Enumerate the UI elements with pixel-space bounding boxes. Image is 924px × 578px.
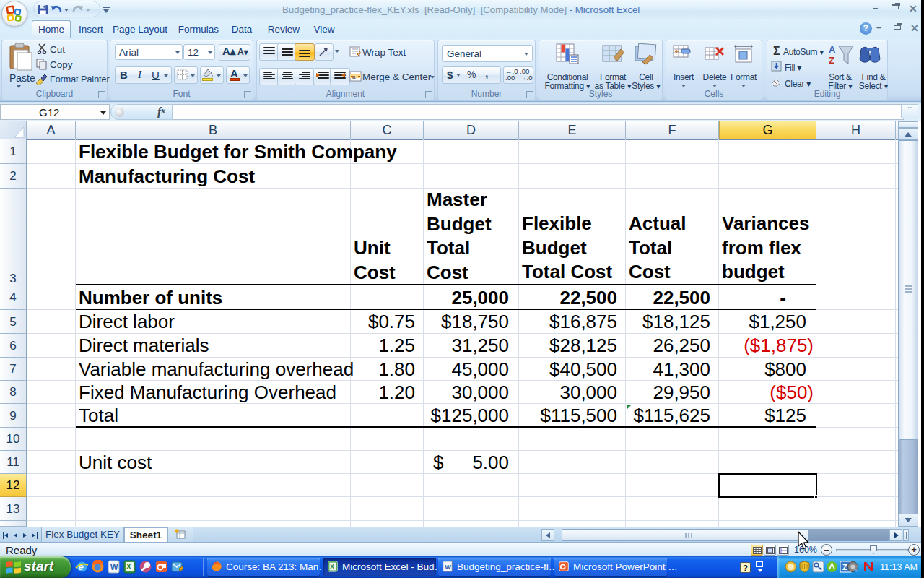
svg-text:Z: Z <box>829 55 834 66</box>
svg-text:X: X <box>330 563 334 570</box>
svg-text:A: A <box>829 44 836 55</box>
svg-text:W: W <box>110 563 118 571</box>
svg-text:X: X <box>126 563 131 571</box>
svg-text:e: e <box>79 561 84 572</box>
svg-text:W: W <box>445 564 451 571</box>
